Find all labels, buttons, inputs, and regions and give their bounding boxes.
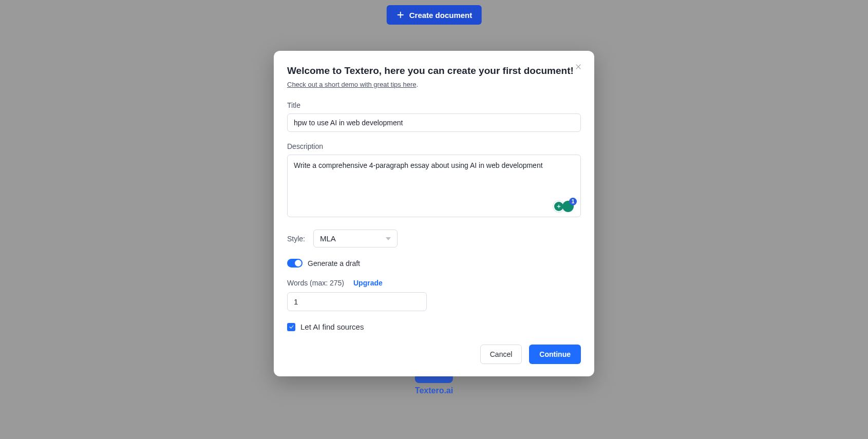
title-label: Title xyxy=(287,101,581,109)
grammarly-status-icon: 1 xyxy=(562,201,574,212)
style-selected-value: MLA xyxy=(320,234,336,243)
style-select[interactable]: MLA xyxy=(313,230,398,247)
title-input[interactable] xyxy=(287,113,581,132)
ai-sources-checkbox[interactable] xyxy=(287,323,295,331)
plus-icon xyxy=(396,10,405,20)
close-button[interactable] xyxy=(572,60,585,73)
style-label: Style: xyxy=(287,235,305,243)
grammarly-badge[interactable]: 1 xyxy=(553,201,574,212)
words-label: Words (max: 275) xyxy=(287,279,344,287)
description-textarea[interactable] xyxy=(287,155,581,217)
grammarly-count: 1 xyxy=(569,198,577,205)
close-icon xyxy=(575,63,582,70)
upgrade-link[interactable]: Upgrade xyxy=(353,279,383,287)
create-document-label: Create document xyxy=(409,11,473,20)
brand-name: Textero.ai xyxy=(415,386,453,395)
generate-draft-toggle[interactable] xyxy=(287,259,303,268)
create-document-modal: Welcome to Textero, here you can create … xyxy=(274,51,594,376)
demo-link[interactable]: Check out a short demo with great tips h… xyxy=(287,81,416,88)
create-document-button[interactable]: Create document xyxy=(387,5,482,25)
cancel-button[interactable]: Cancel xyxy=(480,345,522,364)
ai-sources-label: Let AI find sources xyxy=(300,322,364,331)
check-icon xyxy=(289,324,294,330)
modal-title: Welcome to Textero, here you can create … xyxy=(287,65,581,77)
continue-button[interactable]: Continue xyxy=(529,345,581,364)
generate-draft-label: Generate a draft xyxy=(308,259,360,268)
description-label: Description xyxy=(287,142,581,150)
chevron-down-icon xyxy=(386,237,391,240)
words-input[interactable] xyxy=(287,292,427,311)
demo-link-dot: . xyxy=(416,81,418,88)
